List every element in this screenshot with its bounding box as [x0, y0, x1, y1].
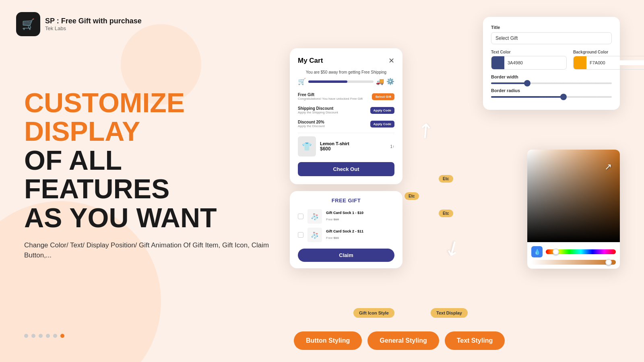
cart-header: My Cart ✕ — [298, 56, 394, 65]
bg-color-label: Background Color — [573, 50, 644, 54]
gift-item-1-details: Gift Card Sock 1 - $10 Free $10 — [326, 211, 363, 222]
gift-item-1: 🧦 Gift Card Sock 1 - $10 Free $10 — [298, 209, 394, 224]
cart-item-image: 👕 — [298, 136, 316, 156]
gift-item-2-price: $11 — [334, 236, 339, 240]
color-picker-bottom: 💧 — [527, 242, 620, 269]
dot-2[interactable] — [31, 334, 35, 338]
reward-info-discount: Discount 20% Apply the Discount — [298, 120, 325, 128]
color-row: Text Color Background Color — [491, 50, 612, 70]
apply-code-button-shipping[interactable]: Apply Code — [370, 107, 394, 114]
cart-item-qty: 1↑ — [390, 144, 394, 149]
reward-subtitle-discount: Apply the Discount — [298, 124, 325, 128]
cart-divider — [298, 133, 394, 133]
reward-row-gift: Free Gift Congratulations! You have unlo… — [298, 91, 394, 102]
border-radius-dots: ········································… — [539, 96, 612, 98]
bg-color-input-row — [573, 56, 644, 70]
reward-title-gift: Free Gift — [298, 93, 363, 97]
header: 🛒 SP : Free Gift with purchase Tek Labs — [16, 12, 142, 36]
arrow-up-right: ↗ — [411, 116, 439, 144]
dot-4[interactable] — [46, 334, 50, 338]
gift-item-2-free: Free — [326, 236, 334, 240]
cart-progress-message: You are $50 away from getting Free Shipp… — [298, 70, 394, 74]
text-display-label: Text Display — [431, 308, 468, 318]
text-color-hex-input[interactable] — [504, 60, 566, 65]
hero-line2: OF ALL FEATURES — [24, 145, 169, 204]
bg-color-swatch[interactable] — [574, 56, 586, 69]
dot-3[interactable] — [39, 334, 43, 338]
border-width-section: Border width ···························… — [491, 74, 612, 84]
cart-card: My Cart ✕ You are $50 away from getting … — [290, 48, 402, 184]
gift-icon-style-label: Gift Icon Style — [353, 308, 394, 318]
dot-6-active[interactable] — [60, 334, 64, 338]
claim-button[interactable]: Claim — [298, 249, 394, 262]
color-picker-panel: ↗ 💧 — [527, 150, 620, 269]
cart-item-price: $600 — [320, 146, 349, 152]
gift-checkbox-2[interactable] — [298, 232, 303, 238]
settings-panel: Title Text Color Background Color Border… — [483, 17, 620, 110]
cart-close-button[interactable]: ✕ — [388, 56, 394, 65]
select-gift-button[interactable]: Select Gift — [372, 93, 394, 100]
progress-fill — [308, 80, 347, 83]
hue-thumb[interactable] — [553, 249, 559, 255]
reward-row-shipping: Shipping Discount Apply the Shipping Dis… — [298, 105, 394, 116]
title-label: Title — [491, 25, 612, 30]
text-color-group: Text Color — [491, 50, 567, 70]
gift-item-1-image: 🧦 — [308, 209, 322, 224]
dot-1[interactable] — [24, 334, 28, 338]
cart-icon: 🛒 — [298, 78, 306, 85]
gift-item-1-price: $10 — [334, 218, 339, 221]
pagination — [24, 334, 64, 338]
eyedropper-button[interactable]: 💧 — [531, 246, 543, 257]
button-styling-badge[interactable]: Button Styling — [294, 331, 362, 350]
gift-checkbox-1[interactable] — [298, 214, 303, 219]
opacity-slider[interactable] — [531, 260, 616, 265]
color-picker-hue-row: 💧 — [531, 246, 616, 257]
progress-track — [308, 80, 374, 83]
app-subtitle: Tek Labs — [45, 25, 142, 31]
gift-item-2-name: Gift Card Sock 2 - $11 — [326, 229, 363, 233]
reward-subtitle-shipping: Apply the Shipping Discount — [298, 111, 338, 114]
title-input[interactable] — [491, 32, 612, 44]
logo-text: SP : Free Gift with purchase Tek Labs — [45, 17, 142, 31]
bottom-badges: Button Styling General Styling Text Styl… — [294, 331, 505, 350]
border-width-fill — [491, 82, 527, 84]
gift-item-1-free: Free — [326, 218, 334, 221]
gift-item-2-image: 🧦 — [308, 228, 322, 242]
arrow-down-left: ↗ — [440, 234, 466, 263]
reward-info-shipping: Shipping Discount Apply the Shipping Dis… — [298, 106, 338, 114]
color-picker-gradient[interactable]: ↗ — [527, 150, 620, 242]
free-gift-card: FREE GIFT 🧦 Gift Card Sock 1 - $10 Free … — [290, 191, 402, 268]
hero-line3: AS YOU WANT — [24, 202, 217, 233]
hero-section: CUSTOMIZE DISPLAY OF ALL FEATURES AS YOU… — [24, 88, 274, 261]
gift-icon-progress: ⚙️ — [386, 78, 394, 85]
border-radius-section: Border radius ··························… — [491, 88, 612, 98]
border-width-dots: ········································… — [539, 82, 612, 84]
text-color-swatch[interactable] — [491, 56, 504, 69]
reward-row-discount: Discount 20% Apply the Discount Apply Co… — [298, 118, 394, 130]
reward-title-discount: Discount 20% — [298, 120, 325, 124]
cart-title: My Cart — [298, 57, 323, 65]
bg-color-group: Background Color — [573, 50, 644, 70]
logo-icon: 🛒 — [16, 12, 40, 36]
reward-subtitle-gift: Congratulations! You have unlocked Free … — [298, 97, 363, 101]
hue-slider[interactable] — [546, 249, 616, 254]
hero-line1: CUSTOMIZE DISPLAY — [24, 87, 185, 146]
bg-color-hex-input[interactable] — [586, 60, 644, 65]
border-width-thumb[interactable] — [524, 80, 530, 86]
color-picker-cursor-icon: ↗ — [605, 162, 612, 172]
hero-description: Change Color/ Text/ Display Position/ Gi… — [24, 240, 274, 261]
text-color-label: Text Color — [491, 50, 567, 54]
progress-bar: 🛒 🚚 ⚙️ — [298, 78, 394, 85]
text-styling-badge[interactable]: Text Styling — [445, 331, 505, 350]
app-title: SP : Free Gift with purchase — [45, 17, 142, 25]
opacity-thumb[interactable] — [605, 259, 612, 265]
border-width-track: ········································… — [491, 82, 612, 84]
cart-item-name: Lemon T-shirt — [320, 141, 349, 146]
gift-item-2: 🧦 Gift Card Sock 2 - $11 Free $11 — [298, 228, 394, 242]
apply-code-button-discount[interactable]: Apply Code — [370, 121, 394, 128]
general-styling-badge[interactable]: General Styling — [367, 331, 439, 350]
reward-title-shipping: Shipping Discount — [298, 106, 338, 111]
checkout-button[interactable]: Check Out — [298, 162, 394, 176]
dot-5[interactable] — [53, 334, 57, 338]
gift-item-1-name: Gift Card Sock 1 - $10 — [326, 211, 363, 215]
